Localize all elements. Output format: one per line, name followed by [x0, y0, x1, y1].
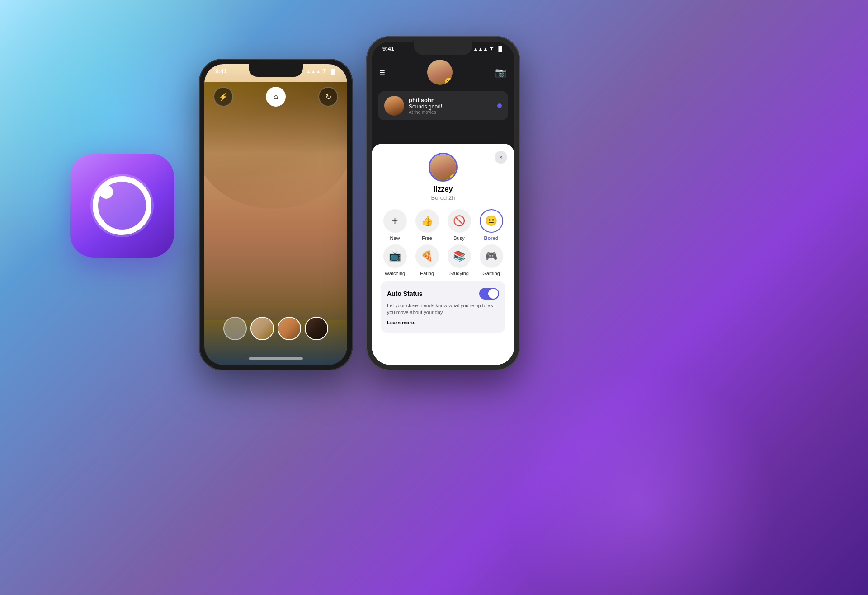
avatar-2-face	[278, 318, 300, 339]
home-icon: ⌂	[274, 93, 278, 101]
phone-left: 9:41 ▲▲▲ 〒 ▐▌ ⚡ ⌂ ↻	[199, 59, 353, 370]
app-icon-ring	[93, 176, 151, 235]
friend-row[interactable]: phillsohn Sounds good! At the movies	[378, 91, 508, 120]
friend-avatar-face	[384, 96, 404, 116]
status-label-bored: Bored	[484, 235, 499, 241]
phone-screen-left: 9:41 ▲▲▲ 〒 ▐▌ ⚡ ⌂ ↻	[204, 64, 347, 365]
online-indicator	[497, 103, 502, 108]
status-item-bored[interactable]: 😐 Bored	[477, 209, 505, 241]
avatar-1-face	[251, 318, 273, 339]
status-circle-free: 👍	[415, 209, 439, 233]
home-button[interactable]: ⌂	[266, 87, 286, 107]
home-indicator-left	[249, 357, 303, 360]
header-avatar-emoji: 😊	[444, 77, 453, 85]
menu-icon[interactable]: ≡	[380, 67, 385, 78]
right-header-content: ≡ 😊 📷	[372, 60, 514, 85]
status-item-new[interactable]: + New	[381, 209, 409, 241]
status-label-new: New	[390, 235, 400, 241]
sheet-substatus: Bored 2h	[431, 194, 455, 201]
status-label-gaming: Gaming	[482, 271, 500, 276]
status-bar-right: 9:41 ▲▲▲ 〒 ▐▌	[372, 45, 514, 52]
friend-sub-status: At the movies	[409, 110, 493, 115]
avatar-3[interactable]	[305, 317, 328, 340]
status-label-watching: Watching	[385, 271, 405, 276]
status-circle-new: +	[383, 209, 407, 233]
app-icon-dot	[99, 185, 113, 199]
status-grid: + New 👍 Free 🚫 Busy 😐 Bored	[381, 209, 505, 276]
bg-glow-purple	[506, 369, 778, 595]
close-button[interactable]: ×	[495, 151, 507, 164]
auto-status-header: Auto Status	[387, 288, 499, 300]
bottom-sheet: × 😊 lizzey Bored 2h + New	[372, 144, 514, 365]
camera-top-buttons: ⚡ ⌂ ↻	[204, 87, 347, 107]
phone-right: 9:41 ▲▲▲ 〒 ▐▌ ≡ 😊 📷	[366, 36, 520, 370]
face-overlay	[204, 82, 347, 320]
status-circle-eating: 🍕	[415, 244, 439, 268]
friend-info: phillsohn Sounds good! At the movies	[409, 97, 493, 115]
status-label-eating: Eating	[420, 271, 434, 276]
status-item-free[interactable]: 👍 Free	[413, 209, 441, 241]
status-label-free: Free	[422, 235, 432, 241]
status-icons-left: ▲▲▲ 〒 ▐▌	[306, 68, 336, 75]
status-circle-busy: 🚫	[448, 209, 471, 233]
status-item-eating[interactable]: 🍕 Eating	[413, 244, 441, 276]
app-icon-inner	[90, 174, 154, 237]
status-circle-studying: 📚	[448, 244, 471, 268]
sheet-profile: 😊 lizzey Bored 2h	[381, 153, 505, 201]
empty-avatar	[223, 317, 247, 340]
status-bar-left: 9:41 ▲▲▲ 〒 ▐▌	[204, 68, 347, 75]
avatar-1[interactable]	[250, 317, 274, 340]
flash-button[interactable]: ⚡	[213, 87, 233, 107]
auto-status-toggle[interactable]	[479, 288, 499, 300]
time-left: 9:41	[215, 68, 227, 75]
friend-status: Sounds good!	[409, 103, 493, 110]
signal-icon-left: ▲▲▲	[306, 69, 321, 74]
bottom-avatars	[204, 317, 347, 340]
flip-icon: ↻	[326, 93, 331, 101]
status-circle-bored: 😐	[480, 209, 503, 233]
status-circle-gaming: 🎮	[480, 244, 503, 268]
status-label-studying: Studying	[449, 271, 469, 276]
status-circle-watching: 📺	[383, 244, 407, 268]
auto-status-description: Let your close friends know what you're …	[387, 302, 499, 316]
status-label-busy: Busy	[453, 235, 464, 241]
camera-icon-right[interactable]: 📷	[495, 67, 506, 78]
time-right: 9:41	[382, 45, 394, 52]
auto-status-title: Auto Status	[387, 290, 423, 297]
flash-icon: ⚡	[219, 93, 228, 101]
toggle-knob	[488, 289, 498, 299]
wifi-icon-left: 〒	[322, 68, 327, 75]
phone-screen-right: 9:41 ▲▲▲ 〒 ▐▌ ≡ 😊 📷	[372, 42, 514, 365]
app-icon-container	[70, 154, 174, 258]
avatar-2[interactable]	[278, 317, 301, 340]
status-item-watching[interactable]: 📺 Watching	[381, 244, 409, 276]
friend-name: phillsohn	[409, 97, 493, 103]
auto-status-section: Auto Status Let your close friends know …	[381, 281, 505, 333]
app-icon	[70, 154, 174, 258]
avatar-3-face	[306, 318, 327, 339]
battery-icon-left: ▐▌	[329, 69, 336, 74]
flip-camera-button[interactable]: ↻	[318, 87, 338, 107]
status-item-busy[interactable]: 🚫 Busy	[445, 209, 473, 241]
phones-container: 9:41 ▲▲▲ 〒 ▐▌ ⚡ ⌂ ↻	[199, 36, 520, 370]
sheet-avatar-emoji: 😊	[449, 174, 457, 181]
signal-icon-right: ▲▲▲	[473, 46, 488, 52]
sheet-username: lizzey	[434, 185, 453, 193]
battery-icon-right: ▐▌	[496, 46, 504, 52]
status-icons-right: ▲▲▲ 〒 ▐▌	[473, 45, 504, 52]
status-item-studying[interactable]: 📚 Studying	[445, 244, 473, 276]
close-icon: ×	[499, 154, 503, 161]
friend-avatar	[384, 96, 404, 116]
sheet-avatar[interactable]: 😊	[429, 153, 458, 182]
status-item-gaming[interactable]: 🎮 Gaming	[477, 244, 505, 276]
wifi-icon-right: 〒	[490, 45, 495, 52]
header-avatar[interactable]: 😊	[427, 60, 453, 85]
learn-more-link[interactable]: Learn more.	[387, 320, 415, 325]
